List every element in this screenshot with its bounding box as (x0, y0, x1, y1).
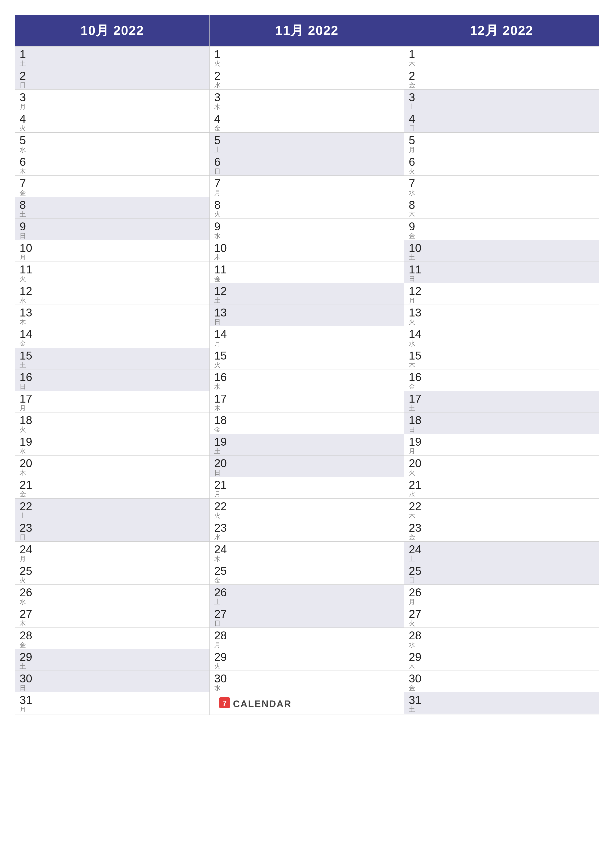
day-row: 1木 (404, 46, 599, 68)
day-name: 水 (409, 340, 415, 347)
day-name: 金 (20, 340, 26, 347)
day-name: 月 (20, 254, 26, 260)
day-name: 火 (214, 663, 221, 670)
day-number-col: 7金 (15, 176, 42, 197)
day-number: 6 (20, 156, 26, 167)
day-number: 14 (409, 329, 421, 340)
day-row: 22木 (404, 498, 599, 520)
month-header-1: 11月 2022 (210, 15, 404, 46)
day-content (432, 111, 599, 132)
day-number: 12 (20, 285, 32, 297)
day-number-col: 11火 (15, 262, 42, 283)
day-content (432, 542, 599, 563)
day-number-col: 13木 (15, 305, 42, 326)
day-number: 6 (409, 156, 415, 167)
day-content (432, 326, 599, 348)
day-number-col: 21水 (404, 477, 432, 498)
day-number: 21 (214, 479, 227, 490)
day-row: 27日 (210, 606, 404, 628)
day-row: 28月 (210, 628, 404, 649)
day-name: 月 (214, 642, 221, 648)
day-number-col: 24土 (404, 542, 432, 563)
day-row: 30水 (210, 671, 404, 692)
day-number: 10 (409, 242, 421, 254)
day-content (42, 391, 210, 412)
day-number-col: 26月 (404, 585, 432, 606)
day-name: 木 (20, 470, 26, 476)
day-number-col: 2水 (210, 68, 237, 89)
day-name: 金 (409, 383, 415, 390)
day-number: 15 (409, 350, 421, 361)
day-row: 26水 (15, 584, 210, 606)
day-row: 25火 (15, 563, 210, 584)
day-name: 土 (409, 405, 415, 411)
day-number: 15 (20, 350, 32, 361)
day-number-col: 23日 (15, 520, 42, 541)
day-number: 22 (409, 501, 421, 512)
day-number: 7 (214, 178, 221, 189)
day-number: 3 (409, 91, 415, 103)
day-content (237, 283, 404, 305)
day-row: 26土 (210, 584, 404, 606)
day-number: 29 (409, 651, 421, 663)
day-number: 14 (214, 329, 227, 340)
day-number-col: 8火 (210, 197, 237, 219)
day-name: 月 (20, 555, 26, 562)
day-row: 7月 (210, 175, 404, 197)
day-content (237, 391, 404, 412)
day-content (42, 262, 210, 283)
day-name: 木 (409, 362, 415, 368)
day-name: 水 (214, 232, 221, 239)
day-row: 14水 (404, 326, 599, 348)
day-number-col: 15土 (15, 348, 42, 369)
svg-text:7: 7 (222, 699, 227, 707)
day-content (432, 628, 599, 649)
day-number: 20 (409, 457, 421, 469)
day-number: 5 (20, 135, 26, 146)
day-name: 水 (20, 297, 26, 304)
day-content (42, 240, 210, 262)
day-number-col: 22火 (210, 499, 237, 520)
day-number-col: 18火 (15, 412, 42, 434)
day-content (432, 197, 599, 219)
day-number: 21 (20, 479, 32, 490)
day-number: 27 (20, 608, 32, 620)
day-number-col: 19月 (404, 434, 432, 455)
day-name: 金 (409, 534, 415, 540)
day-number: 27 (214, 608, 227, 620)
day-number-col: 12月 (404, 283, 432, 305)
day-number-col: 10木 (210, 240, 237, 262)
day-number-col: 11日 (404, 262, 432, 283)
day-row: 13日 (210, 305, 404, 326)
day-row: 26月 (404, 584, 599, 606)
day-row: 15木 (404, 348, 599, 369)
day-number-col: 17土 (404, 391, 432, 412)
day-content (237, 499, 404, 520)
day-number: 25 (20, 565, 32, 577)
day-content (42, 692, 210, 714)
day-name: 木 (409, 663, 415, 670)
day-row: 27火 (404, 606, 599, 628)
day-row: 6火 (404, 154, 599, 175)
day-row: 25日 (404, 563, 599, 584)
day-number: 25 (409, 565, 421, 577)
day-number: 24 (409, 544, 421, 555)
day-number: 30 (20, 673, 32, 684)
day-name: 月 (214, 340, 221, 347)
day-content (432, 606, 599, 628)
day-row: 19水 (15, 434, 210, 455)
day-name: 月 (20, 104, 26, 110)
day-number-col: 31土 (404, 692, 432, 714)
day-name: 土 (214, 448, 221, 454)
day-row: 8土 (15, 197, 210, 219)
day-row: 18火 (15, 412, 210, 434)
day-number: 29 (20, 651, 32, 663)
day-name: 月 (20, 405, 26, 411)
day-row: 27木 (15, 606, 210, 628)
day-number-col: 16水 (210, 369, 237, 391)
day-name: 水 (20, 448, 26, 454)
day-number-col: 20日 (210, 456, 237, 477)
day-content (237, 154, 404, 175)
day-name: 日 (20, 232, 26, 239)
day-number-col: 5土 (210, 133, 237, 154)
